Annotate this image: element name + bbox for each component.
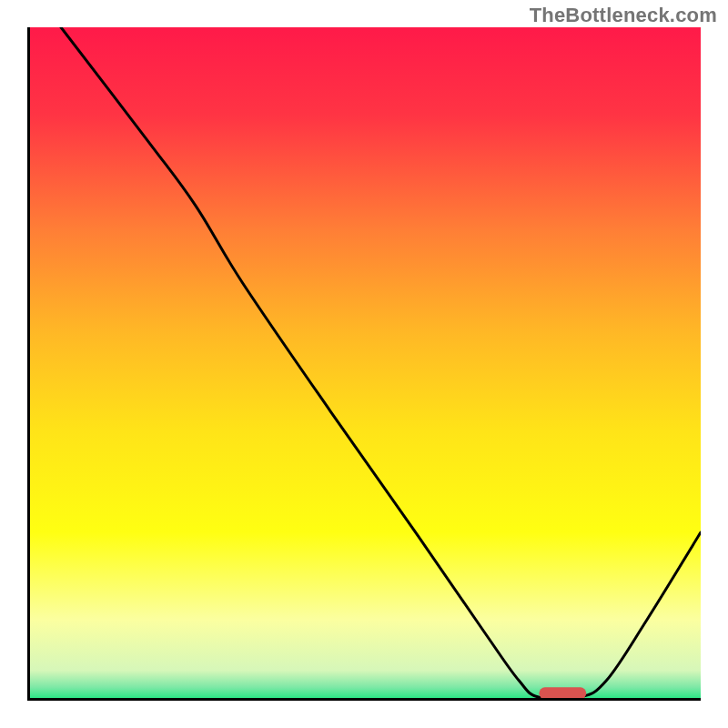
plot-svg bbox=[27, 27, 701, 701]
chart-container: TheBottleneck.com bbox=[0, 0, 728, 728]
gradient-background bbox=[27, 27, 701, 701]
watermark-text: TheBottleneck.com bbox=[530, 4, 717, 27]
bottleneck-plot bbox=[27, 27, 701, 701]
optimal-marker bbox=[539, 687, 586, 699]
